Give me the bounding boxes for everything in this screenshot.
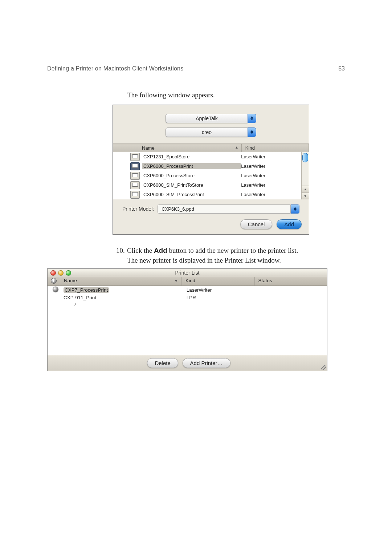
printer-model-select[interactable]: CXP6K3_6.ppd	[158, 204, 299, 214]
printer-name: CXP-911_Print	[64, 295, 187, 300]
printer-kind: LaserWriter	[241, 192, 301, 197]
printer-row[interactable]: CXP6000_ProcessStoreLaserWriter	[113, 171, 301, 181]
intro-text: The following window appears.	[127, 90, 345, 100]
sort-desc-icon: ▼	[174, 279, 178, 283]
column-status[interactable]: Status	[255, 277, 327, 285]
column-kind[interactable]: Kind	[182, 277, 254, 285]
scroll-thumb[interactable]	[302, 153, 308, 162]
connection-select[interactable]: AppleTalk	[166, 114, 256, 123]
scroll-up-button[interactable]: ▲	[302, 186, 309, 193]
running-head: Defining a Printer on Macintosh Client W…	[47, 65, 183, 72]
add-button[interactable]: Add	[277, 219, 302, 229]
printer-model-label: Printer Model:	[122, 206, 154, 212]
list-item: 7	[48, 301, 327, 308]
printer-kind: LaserWriter	[241, 154, 301, 159]
traffic-lights	[50, 270, 71, 276]
cancel-button[interactable]: Cancel	[240, 219, 273, 229]
printer-kind: LaserWriter	[241, 163, 301, 169]
column-default[interactable]	[48, 277, 60, 285]
printer-kind: LPR	[187, 295, 257, 300]
printer-row[interactable]: CXP6000_SIM_PrintToStoreLaserWriter	[113, 181, 301, 190]
default-printer-icon	[53, 287, 58, 292]
printer-list-window: Printer List Name ▼ Kind Status CXP7_Pro…	[47, 268, 327, 371]
updown-icon	[248, 127, 256, 137]
step-10: 10.Click the Add button to add the new p…	[116, 246, 345, 266]
default-printer-icon	[51, 278, 57, 284]
printer-kind: LaserWriter	[187, 287, 257, 293]
printer-name: CXP7_ProcessPrint	[64, 287, 187, 293]
printer-icon	[130, 172, 140, 180]
printer-rows: CXP1231_SpoolStoreLaserWriterCXP6000_Pro…	[113, 152, 301, 199]
sort-asc-icon: ▲	[235, 145, 238, 149]
printer-name: CXP6000_SIM_PrintToStore	[142, 182, 241, 188]
printer-name: CXP6000_SIM_ProcessPrint	[142, 191, 241, 198]
printer-list-header[interactable]: Name ▲ Kind	[113, 144, 309, 152]
scrollbar[interactable]: ▲ ▼	[301, 152, 309, 199]
column-kind[interactable]: Kind	[242, 144, 309, 152]
printer-list-columns[interactable]: Name ▼ Kind Status	[48, 277, 327, 286]
add-printer-dialog: AppleTalk creo Name ▲ Kind CXP1231_Spool…	[113, 105, 309, 235]
printer-row[interactable]: CXP1231_SpoolStoreLaserWriter	[113, 152, 301, 162]
printer-model-value: CXP6K3_6.ppd	[158, 204, 291, 214]
printer-icon	[130, 181, 140, 189]
page-number: 53	[338, 65, 345, 72]
printer-icon	[130, 153, 140, 161]
printer-name: CXP1231_SpoolStore	[142, 154, 241, 160]
updown-icon	[291, 204, 299, 214]
printer-name: CXP6000_ProcessPrint	[142, 163, 241, 169]
minimize-icon[interactable]	[58, 270, 64, 276]
printer-list-body: CXP7_ProcessPrintLaserWriterCXP-911_Prin…	[48, 286, 327, 355]
updown-icon	[248, 114, 256, 123]
resize-grip-icon[interactable]	[321, 365, 326, 370]
delete-button[interactable]: Delete	[147, 358, 178, 368]
printer-row[interactable]: CXP6000_SIM_ProcessPrintLaserWriter	[113, 190, 301, 199]
printer-kind: LaserWriter	[241, 182, 301, 188]
zone-select-value: creo	[166, 127, 248, 137]
printer-icon	[130, 162, 140, 170]
column-name[interactable]: Name ▼	[60, 277, 182, 285]
list-item[interactable]: CXP-911_PrintLPR	[48, 294, 327, 301]
connection-select-value: AppleTalk	[166, 114, 248, 123]
close-icon[interactable]	[50, 270, 56, 276]
add-printer-button[interactable]: Add Printer…	[183, 358, 230, 368]
zoom-icon[interactable]	[66, 270, 71, 276]
column-name[interactable]: Name ▲	[113, 144, 242, 152]
printer-icon	[130, 191, 140, 199]
zone-select[interactable]: creo	[166, 127, 256, 137]
list-item[interactable]: CXP7_ProcessPrintLaserWriter	[48, 286, 327, 294]
page-header: Defining a Printer on Macintosh Client W…	[47, 65, 345, 72]
scroll-down-button[interactable]: ▼	[302, 193, 309, 199]
printer-kind: LaserWriter	[241, 173, 301, 178]
printer-row[interactable]: CXP6000_ProcessPrintLaserWriter	[113, 162, 301, 171]
printer-name: CXP6000_ProcessStore	[142, 173, 241, 179]
titlebar[interactable]: Printer List	[48, 269, 327, 277]
window-title: Printer List	[175, 270, 200, 276]
